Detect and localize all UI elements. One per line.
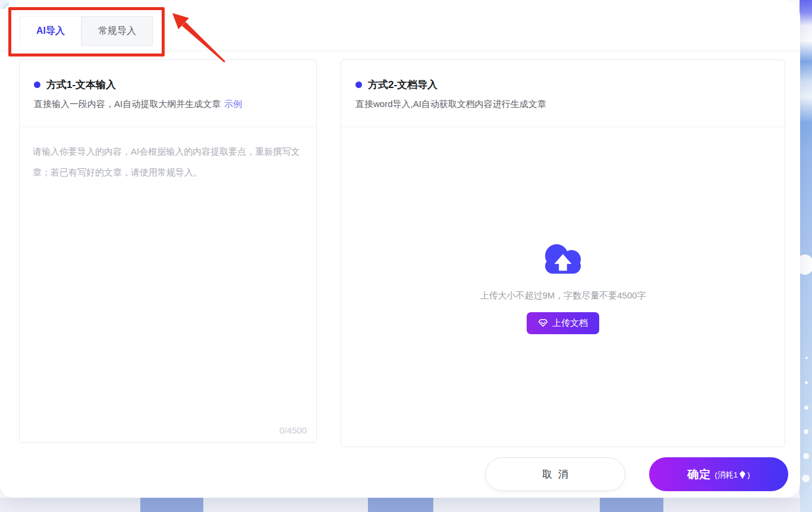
dialog-footer: 取消 确定 (消耗1 ) [485,457,788,491]
cancel-button[interactable]: 取消 [485,457,625,491]
method2-description: 直接word导入,AI自动获取文档内容进行生成文章 [355,99,770,110]
method2-title: 方式2-文档导入 [368,78,438,92]
method1-description: 直接输入一段内容，AI自动提取大纲并生成文章示例 [34,99,302,110]
method2-header: 方式2-文档导入 直接word导入,AI自动获取文档内容进行生成文章 [341,60,785,127]
method1-title-row: 方式1-文本输入 [34,78,302,92]
upload-dropzone: 上传大小不超过9M，字数尽量不要4500字 上传文档 [341,127,785,447]
example-link[interactable]: 示例 [224,99,242,109]
content-textarea[interactable] [20,127,316,416]
method1-card: 方式1-文本输入 直接输入一段内容，AI自动提取大纲并生成文章示例 0/4500 [19,59,317,443]
upload-hint: 上传大小不超过9M，字数尽量不要4500字 [480,290,646,301]
tab-bar: AI导入 常规导入 [20,16,153,46]
tab-ai-import[interactable]: AI导入 [20,16,81,46]
method1-header: 方式1-文本输入 直接输入一段内容，AI自动提取大纲并生成文章示例 [20,60,316,127]
method1-body: 0/4500 [20,127,316,442]
bullet-icon [34,81,40,88]
char-counter: 0/4500 [279,425,307,435]
upload-button-label: 上传文档 [552,318,588,329]
confirm-label: 确定 [687,467,711,482]
confirm-cost: (消耗1 ) [715,470,750,480]
upload-document-button[interactable]: 上传文档 [527,312,599,334]
bullet-icon [355,81,362,88]
tab-divider [0,51,800,51]
tab-regular-import[interactable]: 常规导入 [81,16,153,46]
background-bottom-strip [0,498,800,512]
page: AI导入 常规导入 方式1-文本输入 直接输入一段内容，AI自动提取大纲并生成文… [0,0,812,512]
cloud-upload-icon [540,240,586,277]
method2-card: 方式2-文档导入 直接word导入,AI自动获取文档内容进行生成文章 上传大小不… [341,59,785,447]
cost-diamond-icon [739,470,746,479]
confirm-button[interactable]: 确定 (消耗1 ) [649,457,788,491]
method1-title: 方式1-文本输入 [46,78,116,92]
background-right-strip [800,0,812,512]
method2-title-row: 方式2-文档导入 [355,78,770,92]
gem-icon [538,318,548,328]
import-dialog: AI导入 常规导入 方式1-文本输入 直接输入一段内容，AI自动提取大纲并生成文… [0,0,800,498]
